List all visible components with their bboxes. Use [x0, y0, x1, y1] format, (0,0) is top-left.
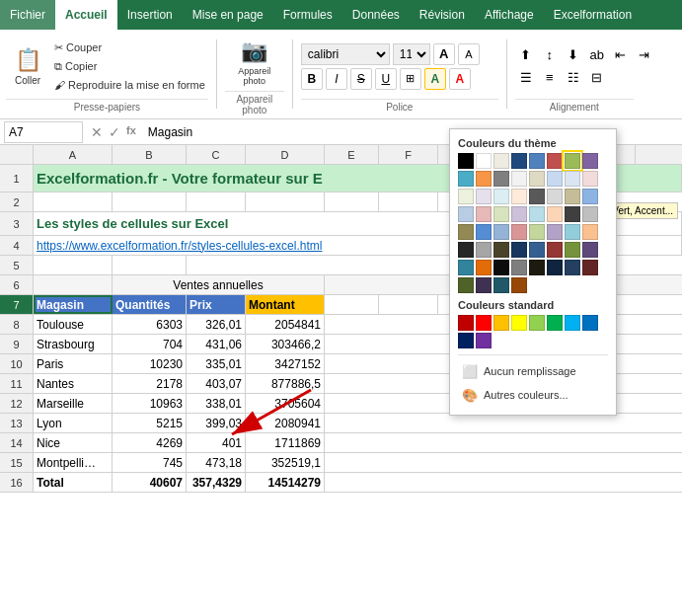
align-middle-button[interactable]: ↕ [539, 45, 561, 65]
theme-color-swatch[interactable] [476, 277, 492, 293]
theme-color-swatch[interactable] [582, 189, 598, 204]
cell-9-c[interactable]: 431,06 [187, 335, 246, 353]
cell-12-a[interactable]: Marseille [34, 394, 113, 413]
theme-color-swatch[interactable] [582, 206, 598, 222]
standard-color-swatch[interactable] [476, 315, 492, 331]
cell-2-b[interactable] [113, 192, 187, 211]
cell-14-c[interactable]: 401 [187, 433, 246, 452]
cell-10-a[interactable]: Paris [34, 354, 113, 373]
theme-color-swatch[interactable] [511, 224, 527, 240]
cell-9-a[interactable]: Strasbourg [34, 335, 113, 353]
col-header-b[interactable]: B [113, 145, 187, 164]
theme-color-swatch[interactable] [493, 224, 509, 240]
cell-2-c[interactable] [187, 192, 246, 211]
confirm-formula-icon[interactable]: ✓ [109, 124, 120, 140]
theme-color-swatch[interactable] [565, 206, 580, 222]
col-header-a[interactable]: A [34, 145, 113, 164]
standard-color-swatch[interactable] [582, 315, 598, 331]
standard-color-swatch[interactable] [547, 315, 563, 331]
cell-6-b[interactable]: Ventes annuelles [113, 275, 325, 294]
theme-color-swatch[interactable] [547, 206, 563, 222]
cell-13-d[interactable]: 2080941 [246, 414, 325, 432]
theme-color-swatch[interactable] [547, 153, 563, 169]
menu-accueil[interactable]: Accueil [55, 0, 117, 30]
cell-7-a[interactable]: Magasin [34, 295, 113, 314]
theme-color-swatch[interactable] [511, 189, 527, 204]
theme-color-swatch[interactable] [529, 189, 545, 204]
cell-10-d[interactable]: 3427152 [246, 354, 325, 373]
cell-2-f[interactable] [379, 192, 438, 211]
theme-color-swatch[interactable] [529, 153, 545, 169]
theme-color-swatch[interactable] [458, 206, 474, 222]
theme-color-swatch[interactable] [476, 206, 492, 222]
strikethrough-button[interactable]: S [350, 68, 372, 90]
cell-7-f[interactable] [379, 295, 438, 314]
menu-fichier[interactable]: Fichier [0, 0, 55, 30]
theme-color-swatch[interactable] [511, 171, 527, 187]
theme-color-swatch[interactable] [458, 189, 474, 204]
cell-16-c[interactable]: 357,4329 [187, 473, 246, 492]
decrease-indent-button[interactable]: ⇥ [634, 45, 655, 65]
cut-button[interactable]: ✂ Couper [51, 39, 208, 56]
text-orientation-button[interactable]: ab [586, 45, 608, 65]
menu-excelformation[interactable]: Excelformation [544, 0, 642, 30]
theme-color-swatch[interactable] [565, 171, 580, 187]
theme-color-swatch[interactable] [493, 189, 509, 204]
align-right-button[interactable]: ☷ [563, 68, 584, 88]
theme-color-swatch[interactable] [458, 260, 474, 275]
col-header-d[interactable]: D [246, 145, 325, 164]
cancel-formula-icon[interactable]: ✕ [91, 124, 103, 140]
cell-5-a[interactable] [34, 256, 113, 274]
cell-9-b[interactable]: 704 [113, 335, 187, 353]
borders-button[interactable]: ⊞ [400, 68, 421, 90]
standard-color-swatch[interactable] [511, 315, 527, 331]
theme-color-swatch[interactable] [582, 260, 598, 275]
cell-6-a[interactable] [34, 275, 113, 294]
cell-16-d[interactable]: 14514279 [246, 473, 325, 492]
theme-color-swatch[interactable] [547, 189, 563, 204]
theme-color-swatch[interactable] [582, 171, 598, 187]
menu-insertion[interactable]: Insertion [117, 0, 183, 30]
theme-color-swatch[interactable] [565, 189, 580, 204]
cell-8-a[interactable]: Toulouse [34, 315, 113, 334]
cell-8-c[interactable]: 326,01 [187, 315, 246, 334]
cell-15-c[interactable]: 473,18 [187, 453, 246, 472]
increase-font-button[interactable]: A [433, 43, 455, 65]
cell-8-b[interactable]: 6303 [113, 315, 187, 334]
theme-color-swatch[interactable] [547, 224, 563, 240]
cell-16-b[interactable]: 40607 [113, 473, 187, 492]
theme-color-swatch[interactable] [547, 242, 563, 258]
theme-color-swatch[interactable] [476, 224, 492, 240]
italic-button[interactable]: I [326, 68, 347, 90]
cell-reference-box[interactable]: A7 [4, 121, 83, 143]
underline-button[interactable]: U [375, 68, 397, 90]
paste-button[interactable]: 📋 Coller [6, 38, 49, 95]
theme-color-swatch[interactable] [547, 171, 563, 187]
cell-12-c[interactable]: 338,01 [187, 394, 246, 413]
theme-color-swatch[interactable] [529, 260, 545, 275]
cell-11-b[interactable]: 2178 [113, 374, 187, 393]
cell-13-c[interactable]: 399,03 [187, 414, 246, 432]
bold-button[interactable]: B [301, 68, 323, 90]
cell-7-d[interactable]: Montant [246, 295, 325, 314]
align-left-button[interactable]: ☰ [515, 68, 537, 88]
theme-color-swatch[interactable] [493, 153, 509, 169]
cell-12-b[interactable]: 10963 [113, 394, 187, 413]
standard-color-swatch[interactable] [565, 315, 580, 331]
col-header-e[interactable]: E [325, 145, 379, 164]
cell-2-e[interactable] [325, 192, 379, 211]
menu-mise-en-page[interactable]: Mise en page [183, 0, 273, 30]
cell-13-a[interactable]: Lyon [34, 414, 113, 432]
font-size-select[interactable]: 11 [393, 43, 430, 65]
theme-color-swatch[interactable] [493, 242, 509, 258]
theme-color-swatch[interactable] [511, 277, 527, 293]
cell-7-b[interactable]: Quantités [113, 295, 187, 314]
cell-10-c[interactable]: 335,01 [187, 354, 246, 373]
cell-13-b[interactable]: 5215 [113, 414, 187, 432]
cell-7-c[interactable]: Prix [187, 295, 246, 314]
insert-function-icon[interactable]: fx [126, 124, 136, 140]
cell-15-a[interactable]: Montpelli… [34, 453, 113, 472]
theme-color-swatch[interactable] [565, 260, 580, 275]
theme-color-swatch[interactable] [582, 224, 598, 240]
theme-color-swatch[interactable] [476, 260, 492, 275]
